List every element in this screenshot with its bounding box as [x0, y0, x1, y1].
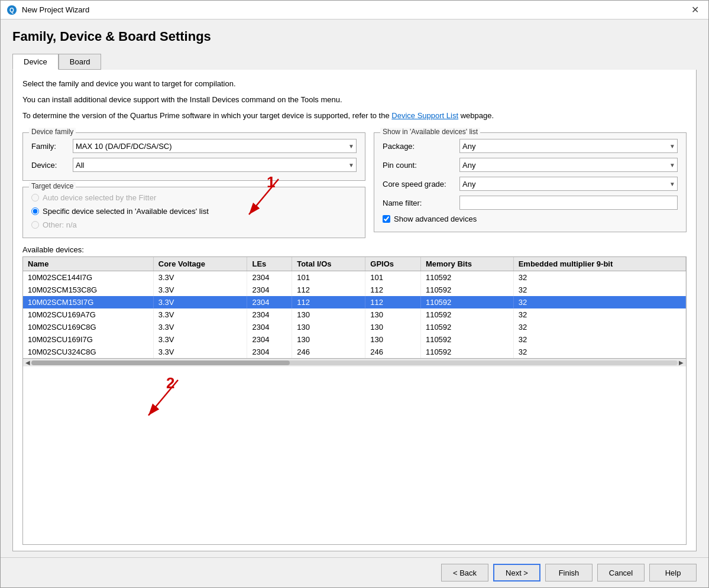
radio-other-input[interactable]	[31, 221, 39, 229]
footer: < Back Next > Finish Cancel Help	[1, 557, 708, 587]
main-content: Family, Device & Board Settings Device B…	[1, 20, 708, 557]
radio-specific-label: Specific device selected in 'Available d…	[43, 207, 209, 216]
back-button[interactable]: < Back	[441, 564, 488, 581]
radio-auto-input[interactable]	[31, 194, 39, 202]
table-row[interactable]: 10M02SCU324C8G3.3V230424624611059232	[23, 346, 686, 358]
table-cell: 110592	[420, 333, 513, 346]
window-title: New Project Wizard	[22, 5, 89, 14]
tab-board[interactable]: Board	[59, 54, 102, 70]
table-cell: 32	[513, 321, 685, 333]
table-cell: 10M02SCU169A7G	[23, 308, 153, 321]
device-select[interactable]: All	[73, 158, 357, 172]
scroll-right-btn[interactable]: ▶	[678, 359, 685, 366]
table-cell: 130	[292, 308, 365, 321]
table-cell: 2304	[247, 284, 292, 296]
help-button[interactable]: Help	[649, 564, 697, 581]
show-advanced-checkbox[interactable]	[383, 215, 390, 223]
title-bar: Q New Project Wizard ✕	[1, 1, 708, 20]
pin-count-row: Pin count: Any101112130246 ▼	[383, 158, 678, 172]
family-select[interactable]: MAX 10 (DA/DF/DC/SA/SC) Cyclone IV E Cyc…	[73, 139, 357, 153]
device-row: Device: All ▼	[31, 158, 357, 172]
col-total-ios: Total I/Os	[292, 257, 365, 271]
table-cell: 2304	[247, 296, 292, 308]
app-icon: Q	[7, 5, 17, 15]
cancel-button[interactable]: Cancel	[597, 564, 645, 581]
table-cell: 112	[365, 284, 421, 296]
table-row[interactable]: 10M02SCM153I7G3.3V230411211211059232	[23, 296, 686, 308]
table-cell: 2304	[247, 308, 292, 321]
finish-button[interactable]: Finish	[545, 564, 593, 581]
table-cell: 112	[365, 296, 421, 308]
tab-device[interactable]: Device	[12, 54, 59, 70]
scroll-left-btn[interactable]: ◀	[24, 359, 31, 366]
table-cell: 3.3V	[153, 284, 247, 296]
package-select-wrap: AnyE144M153U169U324 ▼	[459, 139, 678, 153]
table-cell: 2304	[247, 271, 292, 284]
device-table: Name Core Voltage LEs Total I/Os GPIOs M…	[23, 257, 686, 358]
table-cell: 32	[513, 296, 685, 308]
table-cell: 10M02SCU324C8G	[23, 346, 153, 358]
table-cell: 112	[292, 284, 365, 296]
tabs: Device Board	[12, 54, 697, 70]
show-list-group: Show in 'Available devices' list Package…	[374, 132, 687, 232]
horizontal-scrollbar[interactable]: ◀ ▶	[23, 358, 686, 366]
table-cell: 2304	[247, 321, 292, 333]
table-cell: 32	[513, 333, 685, 346]
package-select[interactable]: AnyE144M153U169U324	[459, 139, 678, 153]
table-cell: 10M02SCM153C8G	[23, 284, 153, 296]
table-cell: 110592	[420, 284, 513, 296]
col-name: Name	[23, 257, 153, 271]
table-cell: 130	[365, 321, 421, 333]
speed-grade-label: Core speed grade:	[383, 180, 459, 189]
next-button[interactable]: Next >	[493, 564, 540, 581]
family-row: Family: MAX 10 (DA/DF/DC/SA/SC) Cyclone …	[31, 139, 357, 153]
target-device-title: Target device	[29, 182, 76, 190]
table-cell: 246	[292, 346, 365, 358]
col-gpios: GPIOs	[365, 257, 421, 271]
table-cell: 32	[513, 284, 685, 296]
table-row[interactable]: 10M02SCU169I7G3.3V230413013011059232	[23, 333, 686, 346]
table-cell: 10M02SCU169I7G	[23, 333, 153, 346]
info-line-1: Select the family and device you want to…	[22, 78, 687, 90]
show-advanced-label: Show advanced devices	[394, 215, 477, 223]
family-select-wrapper: MAX 10 (DA/DF/DC/SA/SC) Cyclone IV E Cyc…	[73, 139, 357, 153]
panels: Device family Family: MAX 10 (DA/DF/DC/S…	[22, 132, 687, 238]
name-filter-input[interactable]	[459, 196, 678, 210]
close-button[interactable]: ✕	[688, 3, 702, 17]
table-inner[interactable]: Name Core Voltage LEs Total I/Os GPIOs M…	[23, 257, 686, 358]
table-cell: 2304	[247, 333, 292, 346]
table-cell: 130	[292, 321, 365, 333]
title-bar-left: Q New Project Wizard	[7, 5, 89, 15]
table-cell: 3.3V	[153, 296, 247, 308]
table-cell: 3.3V	[153, 321, 247, 333]
col-memory: Memory Bits	[420, 257, 513, 271]
radio-specific-input[interactable]	[31, 207, 39, 215]
name-filter-row: Name filter:	[383, 196, 678, 210]
table-cell: 110592	[420, 308, 513, 321]
table-cell: 130	[365, 308, 421, 321]
device-family-title: Device family	[29, 128, 76, 136]
table-cell: 110592	[420, 346, 513, 358]
table-cell: 130	[365, 333, 421, 346]
table-row[interactable]: 10M02SCU169A7G3.3V230413013011059232	[23, 308, 686, 321]
speed-grade-select-wrap: Any678 ▼	[459, 177, 678, 191]
table-cell: 32	[513, 271, 685, 284]
main-window: Q New Project Wizard ✕ Family, Device & …	[0, 0, 709, 588]
table-cell: 112	[292, 296, 365, 308]
device-support-link[interactable]: Device Support List	[391, 111, 458, 120]
pin-count-select[interactable]: Any101112130246	[459, 158, 678, 172]
info-line-3-end: webpage.	[461, 111, 494, 120]
table-cell: 101	[365, 271, 421, 284]
table-cell: 3.3V	[153, 346, 247, 358]
info-line-2: You can install additional device suppor…	[22, 94, 687, 106]
header-row: Name Core Voltage LEs Total I/Os GPIOs M…	[23, 257, 686, 271]
table-cell: 10M02SCU169C8G	[23, 321, 153, 333]
available-label: Available devices:	[22, 245, 687, 254]
table-row[interactable]: 10M02SCM153C8G3.3V230411211211059232	[23, 284, 686, 296]
show-advanced-row: Show advanced devices	[383, 215, 678, 223]
family-label: Family:	[31, 142, 73, 151]
table-row[interactable]: 10M02SCE144I7G3.3V230410110111059232	[23, 271, 686, 284]
page-title: Family, Device & Board Settings	[12, 29, 697, 44]
table-row[interactable]: 10M02SCU169C8G3.3V230413013011059232	[23, 321, 686, 333]
speed-grade-select[interactable]: Any678	[459, 177, 678, 191]
